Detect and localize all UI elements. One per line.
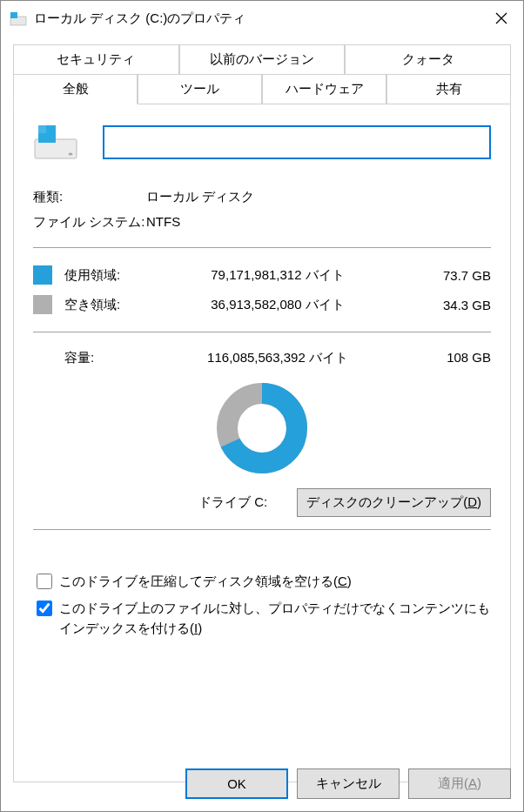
apply-button[interactable]: 適用(A) <box>408 768 511 799</box>
filesystem-value: NTFS <box>146 214 180 231</box>
tab-content: 種類: ローカル ディスク ファイル システム: NTFS 使用領域: 79,1… <box>13 104 511 782</box>
divider <box>33 332 491 332</box>
svg-point-5 <box>69 153 73 156</box>
tab-general[interactable]: 全般 <box>13 74 138 104</box>
free-label: 空き領域: <box>64 297 143 313</box>
svg-rect-1 <box>10 12 17 18</box>
type-label: 種類: <box>33 189 146 205</box>
capacity-gb: 108 GB <box>413 350 491 366</box>
cancel-button[interactable]: キャンセル <box>297 768 400 799</box>
compress-label[interactable]: このドライブを圧縮してディスク領域を空ける(C) <box>59 572 352 592</box>
drive-icon <box>10 10 27 27</box>
close-icon <box>495 12 507 24</box>
type-value: ローカル ディスク <box>146 189 254 205</box>
tab-previous-versions[interactable]: 以前のバージョン <box>179 44 346 74</box>
index-checkbox[interactable] <box>37 601 52 616</box>
usage-pie-chart <box>214 380 310 476</box>
titlebar: ローカル ディスク (C:)のプロパティ <box>1 1 523 36</box>
volume-name-input[interactable] <box>103 125 491 159</box>
tab-hardware[interactable]: ハードウェア <box>262 74 386 104</box>
divider <box>33 247 491 248</box>
drive-label: ドライブ C: <box>169 494 297 511</box>
tabs: セキュリティ 以前のバージョン クォータ 全般 ツール ハードウェア 共有 <box>1 36 523 104</box>
free-swatch <box>33 295 52 314</box>
free-gb: 34.3 GB <box>413 298 491 312</box>
divider <box>33 529 491 530</box>
used-swatch <box>33 265 52 285</box>
filesystem-label: ファイル システム: <box>33 214 146 231</box>
disk-cleanup-button[interactable]: ディスクのクリーンアップ(D) <box>297 488 491 517</box>
ok-button[interactable]: OK <box>185 768 288 799</box>
tab-tools[interactable]: ツール <box>138 74 262 104</box>
button-bar: OK キャンセル 適用(A) <box>185 768 511 799</box>
index-label[interactable]: このドライブ上のファイルに対し、プロパティだけでなくコンテンツにもインデックスを… <box>59 599 491 638</box>
tab-quota[interactable]: クォータ <box>345 44 511 74</box>
capacity-label: 容量: <box>64 350 143 366</box>
svg-rect-7 <box>38 125 46 133</box>
used-gb: 73.7 GB <box>413 268 491 283</box>
close-button[interactable] <box>480 1 523 36</box>
window-title: ローカル ディスク (C:)のプロパティ <box>34 10 480 27</box>
compress-checkbox[interactable] <box>37 574 52 589</box>
used-bytes: 79,171,981,312 バイト <box>143 267 413 284</box>
free-bytes: 36,913,582,080 バイト <box>143 297 413 313</box>
used-label: 使用領域: <box>64 267 143 284</box>
tab-sharing[interactable]: 共有 <box>386 74 511 104</box>
properties-window: ローカル ディスク (C:)のプロパティ セキュリティ 以前のバージョン クォー… <box>0 0 524 812</box>
tab-security[interactable]: セキュリティ <box>13 44 179 74</box>
capacity-bytes: 116,085,563,392 バイト <box>143 350 413 366</box>
drive-large-icon <box>33 124 78 160</box>
